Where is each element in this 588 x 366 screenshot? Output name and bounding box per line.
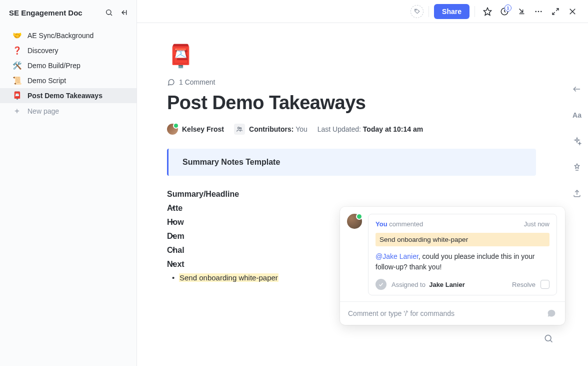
comment-count-text: 1 Comment [179, 78, 215, 86]
avatar [167, 124, 178, 135]
tag-icon[interactable] [410, 5, 424, 18]
comment-reply-input[interactable] [348, 309, 541, 317]
author-chip[interactable]: Kelsey Frost [167, 124, 224, 135]
svg-line-22 [550, 340, 552, 342]
svg-line-7 [519, 9, 522, 13]
typography-icon[interactable]: Aa [570, 108, 584, 122]
sidebar-item-discovery[interactable]: ❓ Discovery [0, 43, 136, 58]
tools-icon: 🛠️ [12, 61, 22, 70]
callout-title: Summary Notes Template [182, 158, 522, 167]
comment-reply-row [340, 301, 565, 325]
upload-icon[interactable] [570, 186, 584, 200]
comment-count[interactable]: 1 Comment [167, 78, 536, 86]
author-name: Kelsey Frost [182, 125, 224, 133]
svg-point-11 [540, 11, 542, 12]
sidebar-item-post-demo[interactable]: 📮 Post Demo Takeaways [0, 88, 136, 103]
comment-footer: Assigned to Jake Lanier Resolve [376, 277, 550, 290]
page-title[interactable]: Post Demo Takeaways [167, 92, 536, 114]
comment-verb: commented [389, 220, 423, 228]
scroll-icon: 📜 [12, 76, 22, 85]
sidebar: SE Engagement Doc 🤝 AE Sync/Background ❓… [0, 0, 137, 366]
comment-author: You [376, 220, 388, 228]
notification-badge: 1 [504, 5, 512, 12]
sidebar-item-ae-sync[interactable]: 🤝 AE Sync/Background [0, 28, 136, 43]
avatar [347, 214, 362, 229]
indent-icon[interactable] [570, 82, 584, 96]
floating-search-icon[interactable] [541, 331, 556, 346]
svg-marker-5 [484, 8, 492, 15]
expand-icon[interactable] [548, 4, 563, 19]
doc-title: SE Engagement Doc [9, 9, 100, 17]
plus-icon: + [12, 106, 22, 116]
svg-point-4 [416, 10, 416, 11]
comment-quote: Send onboarding white-paper [376, 233, 550, 246]
share-button[interactable]: Share [434, 4, 470, 19]
contributors-label: Contributors: [249, 125, 294, 133]
svg-point-10 [538, 11, 540, 12]
assigned-name: Jake Lanier [429, 281, 465, 288]
sidebar-item-label: New page [28, 107, 59, 115]
last-updated: Last Updated: Today at 10:14 am [318, 125, 423, 133]
sidebar-item-label: Discovery [28, 47, 58, 55]
close-icon[interactable] [565, 4, 580, 19]
comment-icon [167, 78, 175, 86]
separator [474, 6, 475, 17]
send-icon[interactable] [546, 308, 557, 319]
comment-header: You commented Just now [376, 220, 550, 228]
svg-line-1 [110, 14, 112, 16]
postbox-icon: 📮 [12, 91, 22, 100]
meta-row: Kelsey Frost Contributors: You Last Upda… [167, 124, 536, 135]
template-icon[interactable] [570, 160, 584, 174]
sidebar-item-label: Post Demo Takeaways [28, 92, 102, 100]
topbar: Share 1 [137, 0, 588, 23]
svg-line-13 [552, 12, 555, 15]
search-icon[interactable] [104, 7, 114, 18]
contributors-value: You [296, 125, 308, 133]
svg-point-16 [238, 127, 240, 129]
comment-popover: You commented Just now Send onboarding w… [340, 207, 565, 325]
collapse-sidebar-icon[interactable] [118, 7, 130, 18]
star-icon[interactable] [480, 4, 495, 19]
sidebar-header: SE Engagement Doc [0, 0, 136, 25]
handshake-icon: 🤝 [12, 31, 22, 40]
ai-sparkle-icon[interactable] [570, 134, 584, 148]
highlighted-text: Send onboarding white-paper [179, 273, 278, 282]
comment-card: You commented Just now Send onboarding w… [368, 214, 557, 295]
main: Share 1 📮 1 Comment Post D [137, 0, 588, 366]
last-updated-value: Today at 10:14 am [363, 125, 423, 133]
resolve-checkbox[interactable] [540, 280, 550, 289]
sidebar-item-label: AE Sync/Background [28, 32, 94, 40]
separator [428, 6, 429, 17]
contributors-chip[interactable]: Contributors: You [234, 124, 308, 135]
page-emoji[interactable]: 📮 [167, 43, 194, 69]
svg-point-0 [106, 10, 111, 15]
callout[interactable]: Summary Notes Template [167, 149, 536, 176]
sidebar-new-page[interactable]: + New page [0, 103, 136, 119]
last-updated-label: Last Updated: [318, 125, 361, 133]
check-icon [376, 279, 386, 290]
sidebar-item-label: Demo Build/Prep [28, 62, 80, 70]
people-icon [234, 124, 245, 135]
sidebar-item-demo-build[interactable]: 🛠️ Demo Build/Prep [0, 58, 136, 73]
svg-point-17 [240, 128, 242, 129]
sidebar-item-demo-script[interactable]: 📜 Demo Script [0, 73, 136, 88]
right-rail: Aa [566, 23, 588, 366]
comment-time: Just now [524, 220, 550, 228]
mention[interactable]: @Jake Lanier [376, 252, 418, 260]
more-icon[interactable] [531, 4, 546, 19]
question-icon: ❓ [12, 46, 22, 55]
download-icon[interactable] [514, 4, 529, 19]
assigned-label: Assigned to [392, 281, 426, 288]
resolve-button[interactable]: Resolve [512, 281, 536, 288]
svg-point-9 [535, 11, 536, 12]
svg-point-21 [545, 335, 551, 341]
sidebar-item-label: Demo Script [28, 77, 66, 85]
svg-line-12 [556, 9, 558, 11]
section-heading: Summary/Headline [167, 190, 536, 199]
activity-bell-icon[interactable]: 1 [497, 4, 512, 19]
nav-list: 🤝 AE Sync/Background ❓ Discovery 🛠️ Demo… [0, 25, 136, 119]
comment-message: @Jake Lanier, could you please include t… [376, 251, 550, 272]
